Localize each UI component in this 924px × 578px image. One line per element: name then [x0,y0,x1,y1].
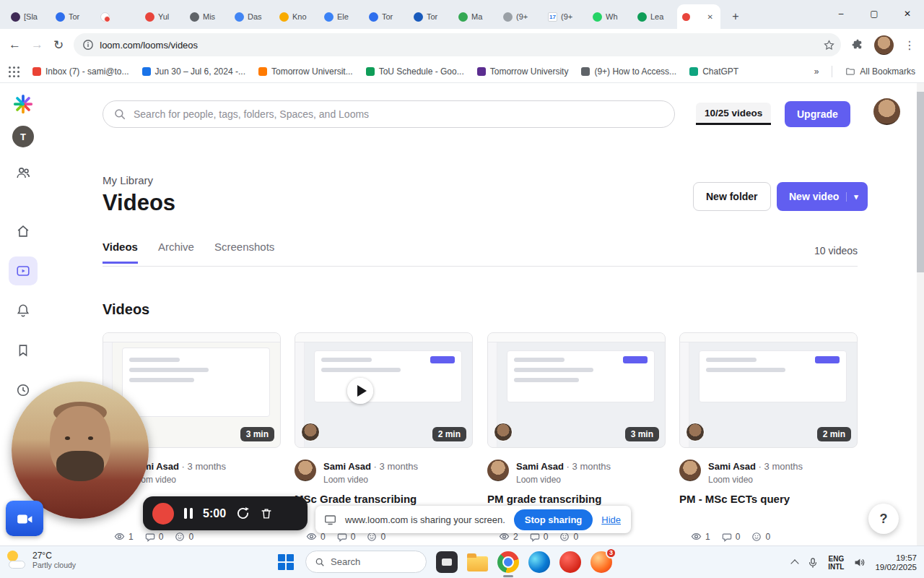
sidebar-item-library[interactable] [9,256,38,285]
sidebar-item-members[interactable] [9,158,38,187]
apps-grid-icon[interactable] [9,66,11,69]
bookmark-item[interactable]: (9+) How to Access... [581,66,676,77]
all-bookmarks-button[interactable]: All Bookmarks [845,66,915,77]
tab-videos[interactable]: Videos [103,241,138,264]
delete-recording-icon[interactable] [260,507,273,520]
browser-tab[interactable]: [Sla [6,4,49,29]
chevron-down-icon[interactable]: ▾ [846,192,858,202]
new-folder-button[interactable]: New folder [693,182,771,211]
url-text[interactable]: loom.com/looms/videos [100,40,817,51]
workspace-avatar[interactable]: T [12,126,34,147]
hide-share-bar-link[interactable]: Hide [601,514,621,525]
extensions-icon[interactable] [851,38,864,51]
forward-button[interactable]: → [31,38,43,52]
author-name[interactable]: Sami Asad [708,461,756,472]
camera-toggle-button[interactable] [6,501,43,536]
bookmarks-overflow-icon[interactable]: » [814,66,819,77]
back-button[interactable]: ← [9,38,21,52]
video-stats: 1 0 0 [691,531,770,542]
bookmark-item[interactable]: Inbox (7) - sami@to... [32,66,129,77]
loom-search-bar[interactable] [103,100,675,128]
new-video-button[interactable]: New video ▾ [777,182,868,211]
weather-widget[interactable]: 27°C Partly cloudy [6,549,76,571]
browser-tab[interactable]: Yul [140,4,183,29]
browser-tab[interactable]: Ele [319,4,362,29]
close-button[interactable]: ✕ [891,0,924,27]
refresh-button[interactable]: ↻ [53,38,64,53]
webcam-bubble[interactable] [12,381,149,519]
video-title[interactable]: PM grade transcribing [487,493,601,505]
video-title[interactable]: PM - MSc ECTs query [679,493,790,505]
edge-icon[interactable] [528,551,550,573]
loom-logo-icon[interactable] [12,93,34,115]
bookmark-star-icon[interactable] [823,39,835,51]
site-info-icon[interactable] [82,39,94,51]
address-bar[interactable]: loom.com/looms/videos [74,33,841,56]
language-indicator[interactable]: ENG INTL [828,555,844,571]
video-thumbnail[interactable]: 2 min [679,332,858,448]
video-card[interactable]: 2 min Sami Asad · 3 months Loom video PM… [679,332,858,448]
video-thumbnail[interactable]: 2 min [295,332,473,448]
browser-with-badge-icon[interactable]: 3 [590,551,612,573]
browser-tab[interactable]: Tor [364,4,407,29]
author-name[interactable]: Sami Asad [516,461,564,472]
tab-screenshots[interactable]: Screenshots [214,241,274,262]
tab-archive[interactable]: Archive [158,241,194,262]
bookmark-item[interactable]: ChatGPT [689,66,738,77]
views-count: 1 [705,532,710,542]
start-button[interactable] [278,554,294,570]
bookmark-item[interactable]: Jun 30 – Jul 6, 2024 -... [142,66,245,77]
sidebar-item-home[interactable] [9,217,38,246]
browser-profile-avatar[interactable] [874,35,894,55]
author-name[interactable]: Sami Asad [323,461,371,472]
hidden-icons-chevron[interactable] [791,559,799,567]
browser-tab-recording[interactable] [95,4,139,29]
video-thumbnail[interactable]: 3 min [487,332,666,448]
people-icon [15,165,31,181]
file-explorer-icon[interactable] [467,556,488,571]
browser-menu-icon[interactable]: ⋮ [904,38,915,52]
microphone-icon[interactable] [807,557,819,569]
browser-tab[interactable]: Ma [453,4,497,29]
search-input[interactable] [134,108,664,120]
chrome-icon[interactable] [497,551,519,573]
browser-tab[interactable]: Wh [588,4,631,29]
scrollbar-thumb[interactable] [917,92,924,272]
video-title[interactable]: MSc Grade transcribing [295,493,417,505]
red-app-icon[interactable] [559,551,581,573]
pause-icon[interactable] [184,508,193,519]
help-button[interactable]: ? [868,504,899,534]
maximize-button[interactable]: ▢ [858,0,891,27]
clock-widget[interactable]: 19:57 19/02/2025 [875,553,917,572]
tab-close-icon[interactable]: ✕ [705,12,715,22]
loom-profile-avatar[interactable] [873,98,900,125]
video-quota-badge[interactable]: 10/25 videos [696,103,771,125]
browser-tab[interactable]: Mis [185,4,228,29]
stop-sharing-button[interactable]: Stop sharing [514,509,593,530]
browser-tab[interactable]: (9+ [498,4,541,29]
bookmark-item[interactable]: Tomorrow Universit... [258,66,353,77]
browser-tab[interactable]: Lea [632,4,676,29]
video-card[interactable]: 2 min Sami Asad · 3 months Loom video MS… [295,332,473,448]
upgrade-button[interactable]: Upgrade [785,101,850,127]
browser-tab[interactable]: 17(9+ [543,4,586,29]
bookmark-item[interactable]: ToU Schedule - Goo... [366,66,464,77]
new-tab-button[interactable]: + [726,7,745,26]
restart-recording-icon[interactable] [236,506,250,520]
browser-tab[interactable]: Kno [274,4,318,29]
snipping-tool-icon[interactable] [436,551,458,573]
video-card[interactable]: 3 min Sami Asad · 3 months Loom video PM… [487,332,666,448]
browser-tab[interactable]: Das [230,4,273,29]
browser-tab[interactable]: Tor [51,4,94,29]
bookmark-item[interactable]: Tomorrow University [477,66,569,77]
stop-recording-button[interactable] [152,503,174,525]
taskbar-search[interactable]: Search [305,551,427,573]
sidebar-item-bookmarks[interactable] [9,336,38,365]
browser-tab-active-recording[interactable]: ✕ [677,4,720,29]
volume-icon[interactable] [853,556,866,569]
sidebar-item-notifications[interactable] [9,296,38,325]
recorder-control-bar[interactable]: 5:00 [143,496,308,530]
play-button-icon[interactable] [347,378,373,404]
browser-tab[interactable]: Tor [409,4,452,29]
minimize-button[interactable]: – [824,0,858,27]
